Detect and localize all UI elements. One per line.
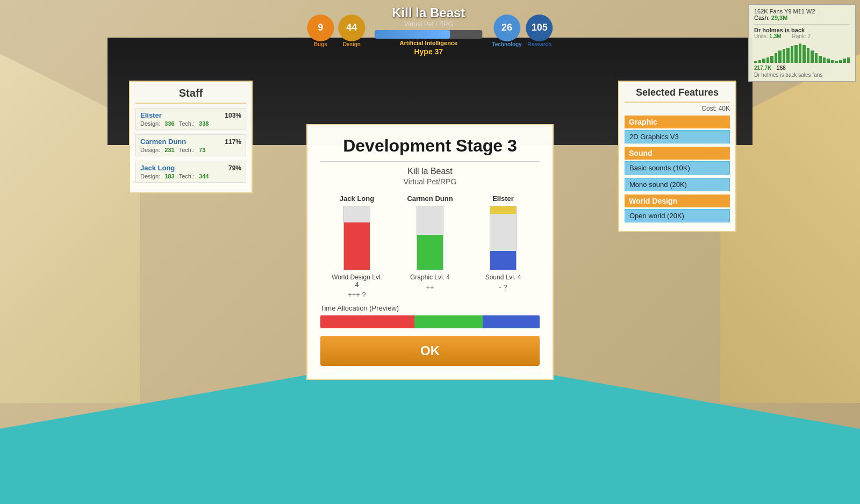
news-item: Dr holmes is back Units: 1,3M Rank: 2 21… <box>754 24 850 78</box>
elister-bar-name: Elister <box>492 195 514 203</box>
staff-panel: Staff Elister 103% Design: 336 Tech.: 33… <box>129 81 253 193</box>
ok-button[interactable]: OK <box>320 336 540 366</box>
top-hud: 9 Bugs 44 Design Kill la Beast Virtual P… <box>307 5 553 56</box>
feature-category-sound: Sound <box>625 147 730 160</box>
carmen-design-val: 231 <box>164 147 174 153</box>
staff-member-elister: Elister 103% Design: 336 Tech.: 338 <box>135 108 246 130</box>
time-seg-green <box>414 315 482 328</box>
staff-bar-elister: Elister Sound Lvl. 4 - ? <box>476 195 530 299</box>
news-title: Dr holmes is back <box>754 27 850 33</box>
chart-bar <box>778 51 782 63</box>
hud-game-genre: Virtual Pet / RPG <box>404 20 453 28</box>
bugs-indicator: 9 Bugs <box>307 15 334 47</box>
feature-category-graphic: Graphic <box>625 116 730 128</box>
jack-design-label: Design: <box>140 173 160 179</box>
design-label: Design <box>343 41 361 47</box>
dev-modal: Development Stage 3 Kill la Beast Virtua… <box>306 124 554 380</box>
research-indicator: 105 Research <box>526 15 553 47</box>
staff-percent-elister: 103% <box>225 112 241 119</box>
technology-label: Technology <box>492 41 521 47</box>
time-seg-red <box>320 315 414 328</box>
chart-bar <box>762 59 765 63</box>
research-circle: 105 <box>526 15 553 41</box>
elister-bar-level: Sound Lvl. 4 <box>485 273 521 281</box>
news-meta: Units: 1,3M Rank: 2 <box>754 33 850 39</box>
design-circle: 44 <box>338 15 365 41</box>
cash-line: Cash: 29,3M <box>754 15 850 21</box>
staff-name-jack: Jack Long <box>140 164 175 172</box>
chart-bar <box>823 57 826 63</box>
jack-bar-rating: +++ ? <box>348 291 366 299</box>
feature-category-world-design: World Design <box>625 195 730 207</box>
feature-item-open-world[interactable]: Open world (20K) <box>625 209 730 222</box>
staff-bar-carmen: Carmen Dunn Graphic Lvl. 4 ++ <box>403 195 457 299</box>
carmen-design-label: Design: <box>140 147 160 153</box>
elister-bar-visual <box>490 206 517 270</box>
progress-bar-fill <box>375 30 450 39</box>
chart-bar <box>754 61 757 63</box>
carmen-bar-fill <box>417 235 443 270</box>
chart-bar <box>835 61 838 63</box>
bugs-label: Bugs <box>314 41 327 47</box>
modal-game-name: Kill la Beast <box>320 167 540 176</box>
carmen-bar-rating: ++ <box>426 283 434 291</box>
jack-design-val: 183 <box>164 173 174 179</box>
cost-label: Cost: 40K <box>625 105 730 112</box>
elister-yellow-bar <box>490 206 516 214</box>
staff-name-elister: Elister <box>140 111 162 119</box>
chart-bar <box>819 56 822 63</box>
hype-value: Hype 37 <box>414 47 443 56</box>
staff-member-carmen: Carmen Dunn 117% Design: 231 Tech.: 73 <box>135 134 246 156</box>
staff-bars-container: Jack Long World Design Lvl. 4 +++ ? Carm… <box>320 195 540 299</box>
jack-bar-fill <box>344 222 370 270</box>
chart-bar <box>766 57 770 63</box>
features-title: Selected Features <box>625 87 730 103</box>
staff-name-carmen: Carmen Dunn <box>140 138 186 146</box>
staff-percent-jack: 79% <box>228 164 241 172</box>
jack-tech-label: Tech.: <box>179 173 195 179</box>
staff-member-jack: Jack Long 79% Design: 183 Tech.: 344 <box>135 161 246 183</box>
technology-circle: 26 <box>493 15 520 41</box>
elister-design-val: 336 <box>164 120 174 127</box>
features-panel: Selected Features Cost: 40K Graphic 2D G… <box>618 81 736 232</box>
bugs-circle: 9 <box>307 15 334 41</box>
chart-bar <box>827 59 830 63</box>
carmen-tech-val: 73 <box>199 147 205 153</box>
chart-bar <box>807 48 810 63</box>
time-seg-blue <box>483 315 540 328</box>
chart-bar <box>775 53 778 63</box>
chart-bar <box>843 59 846 63</box>
chart-bar <box>770 56 773 63</box>
modal-game-genre: Virtual Pet/RPG <box>320 177 540 186</box>
jack-tech-val: 344 <box>199 173 209 179</box>
chart-bar <box>786 48 790 63</box>
time-allocation-section: Time Allocation (Preview) <box>320 304 540 328</box>
chart-bar <box>783 49 786 63</box>
time-alloc-label: Time Allocation (Preview) <box>320 304 540 312</box>
staff-title: Staff <box>135 87 246 104</box>
chart-bar <box>839 60 842 63</box>
elister-bar-rating: - ? <box>499 283 507 291</box>
chart-bar <box>811 51 814 63</box>
carmen-tech-label: Tech.: <box>179 147 195 153</box>
carmen-bar-name: Carmen Dunn <box>407 195 453 203</box>
progress-label: Artificial Intelligence <box>400 40 458 46</box>
chart-bar <box>758 60 762 63</box>
game-title-hud: Kill la Beast Virtual Pet / RPG Artifici… <box>369 5 488 56</box>
elister-tech-val: 338 <box>199 120 209 127</box>
feature-item-mono-sound[interactable]: Mono sound (20K) <box>625 178 730 191</box>
technology-indicator: 26 Technology <box>492 15 521 47</box>
progress-container <box>375 30 482 39</box>
modal-title: Development Stage 3 <box>320 136 540 162</box>
staff-percent-carmen: 117% <box>225 138 241 146</box>
chart-bar <box>802 45 806 63</box>
jack-bar-visual <box>343 206 370 270</box>
elister-bar-fill <box>490 251 516 270</box>
chart-bar <box>799 44 802 63</box>
feature-item-2d-graphics[interactable]: 2D Graphics V3 <box>625 130 730 143</box>
feature-item-basic-sounds[interactable]: Basic sounds (10K) <box>625 161 730 175</box>
news-chart <box>754 41 850 63</box>
rank-label: Rank: 2 <box>792 33 811 39</box>
top-right-panel: 162K Fans Y9 M11 W2 Cash: 29,3M Dr holme… <box>748 4 856 82</box>
jack-bar-level: World Design Lvl. 4 <box>330 273 384 289</box>
